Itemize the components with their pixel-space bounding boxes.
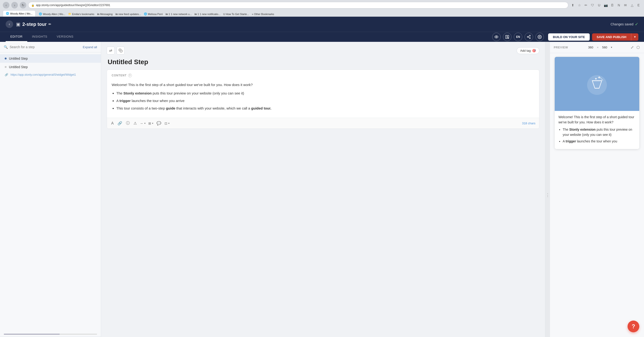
tab-versions[interactable]: VERSIONS bbox=[52, 32, 78, 42]
extension-icon-8: △ bbox=[630, 2, 634, 8]
preview-widget: Welcome! This is the first step of a sho… bbox=[555, 57, 639, 149]
bookmark-emilia[interactable]: 📁 Emilia's bookmarks bbox=[68, 12, 94, 16]
expand-preview-icon[interactable]: ⤢ bbox=[630, 45, 634, 50]
bullet-3: This tour consists of a two-step guide t… bbox=[116, 106, 534, 111]
svg-rect-3 bbox=[508, 38, 509, 38]
editor-toolbar: ⇄ Add tag 🎯 bbox=[107, 46, 540, 54]
extension-icon-6: N bbox=[616, 2, 622, 8]
table-dropdown[interactable]: ⊞ ▾ bbox=[148, 122, 153, 125]
search-input[interactable] bbox=[10, 45, 81, 49]
bookmark-melissa[interactable]: 🌐 Melissa Perri bbox=[144, 12, 163, 16]
svg-point-9 bbox=[539, 36, 540, 38]
preview-image-area bbox=[555, 57, 639, 111]
extension-icon-4: 📷 bbox=[603, 2, 608, 8]
svg-point-0 bbox=[496, 36, 497, 38]
help-label: ? bbox=[632, 323, 635, 330]
comment-icon[interactable]: 💬 bbox=[156, 120, 162, 126]
text-format-icon[interactable]: A bbox=[111, 121, 114, 126]
bookmarks-bar: 🌐 Woody Allen | Wo... 📁 Emilia's bookmar… bbox=[38, 12, 274, 16]
content-toolbar: A 🔗 ⓘ ⚠ ↔ ▾ ⊞ ▾ 💬 ⊡ ▾ 318 chars bbox=[107, 118, 539, 128]
url-bar[interactable]: 🔒 app.stonly.com/app/guidedtour/XlwxjzeQ… bbox=[28, 2, 568, 8]
content-header: CONTENT ? bbox=[107, 70, 539, 79]
bookmarks-more[interactable]: » Other Bookmarks bbox=[252, 13, 274, 16]
block-dropdown[interactable]: ⊡ ▾ bbox=[164, 122, 170, 125]
preview-header: PREVIEW × ▾ ⤢ ⬡ bbox=[550, 42, 644, 53]
bookmark-network[interactable]: in 1 1 new network u... bbox=[166, 13, 192, 16]
settings-icon-btn[interactable] bbox=[536, 33, 544, 41]
extension-icon-5: 🗓 bbox=[610, 2, 615, 8]
step-label-1: Untitled Step bbox=[9, 57, 28, 60]
copy-icon-btn[interactable] bbox=[116, 46, 124, 54]
bullet-1: The Stonly extension puts this tour prev… bbox=[116, 90, 534, 96]
embed-icon: ↔ bbox=[140, 122, 143, 125]
add-tag-button[interactable]: Add tag 🎯 bbox=[516, 47, 540, 54]
tab-favicon: 🌐 bbox=[6, 12, 9, 15]
changes-saved: Changes saved ✓ bbox=[610, 22, 638, 27]
content-help-icon[interactable]: ? bbox=[128, 74, 132, 77]
step-item-2[interactable]: Untitled Step bbox=[0, 63, 101, 71]
url-text: app.stonly.com/app/guidedtour/XlwxjzeQ3G… bbox=[36, 4, 110, 7]
dimension-dropdown-arrow[interactable]: ▾ bbox=[611, 46, 612, 49]
svg-line-8 bbox=[528, 36, 530, 37]
changes-saved-text: Changes saved bbox=[610, 22, 634, 26]
tour-title: 2-step tour bbox=[22, 22, 46, 27]
svg-rect-1 bbox=[506, 35, 507, 38]
extension-icon-1: ✏ bbox=[583, 2, 588, 8]
preview-height-input[interactable] bbox=[600, 46, 610, 49]
char-count: 318 chars bbox=[522, 122, 536, 125]
layout-icon-btn[interactable] bbox=[503, 33, 512, 41]
tab-insights[interactable]: INSIGHTS bbox=[27, 32, 52, 42]
header-back-button[interactable]: ‹ bbox=[6, 20, 13, 28]
app-nav: EDITOR INSIGHTS VERSIONS EN BUILD ON YOU… bbox=[0, 32, 644, 42]
preview-bullets: The Stonly extension puts this tour prev… bbox=[558, 127, 636, 144]
preview-bullet-1: The Stonly extension puts this tour prev… bbox=[563, 127, 636, 137]
link-insert-icon[interactable]: 🔗 bbox=[117, 120, 123, 126]
bookmark-notif[interactable]: in 1 1 new notificatio... bbox=[194, 13, 220, 16]
step-link-url: https://app.stonly.com/app/general/0/wid… bbox=[10, 73, 76, 76]
bookmark-woody[interactable]: 🌐 Woody Allen | Wo... bbox=[39, 12, 65, 16]
nav-actions: EN BUILD ON YOUR SITE SAVE AND PUBLISH ▾ bbox=[492, 33, 638, 41]
browser-tab-active[interactable]: 🌐 Woody Allen | Wo... bbox=[3, 10, 36, 16]
block-arrow: ▾ bbox=[168, 122, 170, 124]
bookmark-feed[interactable]: in new feed updates... bbox=[116, 13, 141, 16]
resize-handle[interactable]: ⋮ bbox=[545, 42, 550, 337]
app-header: ‹ ▣ 2-step tour ✏ Changes saved ✓ bbox=[0, 17, 644, 32]
browser-chrome: ‹ › ↻ 🔒 app.stonly.com/app/guidedtour/Xl… bbox=[0, 0, 644, 17]
warning-icon[interactable]: ⚠ bbox=[133, 120, 137, 126]
info-icon[interactable]: ⓘ bbox=[126, 120, 130, 126]
table-icon: ⊞ bbox=[148, 122, 151, 125]
content-body[interactable]: Welcome! This is the first step of a sho… bbox=[107, 79, 539, 118]
save-publish-dropdown-arrow[interactable]: ▾ bbox=[631, 33, 638, 40]
svg-rect-2 bbox=[508, 35, 509, 37]
help-bubble[interactable]: ? bbox=[628, 320, 639, 332]
tab-editor[interactable]: EDITOR bbox=[6, 32, 27, 42]
embed-dropdown[interactable]: ↔ ▾ bbox=[140, 122, 146, 125]
preview-body: Welcome! This is the first step of a sho… bbox=[555, 111, 639, 149]
step-link-item[interactable]: 🔗 https://app.stonly.com/app/general/0/w… bbox=[0, 71, 101, 78]
preview-illustration bbox=[584, 71, 610, 97]
expand-all-button[interactable]: Expand all bbox=[83, 45, 97, 49]
header-title-container: 2-step tour ✏ bbox=[22, 22, 610, 27]
forward-button[interactable]: › bbox=[11, 2, 18, 8]
preview-icon-btn[interactable] bbox=[492, 33, 501, 41]
svg-point-4 bbox=[530, 35, 531, 36]
swap-icon-btn[interactable]: ⇄ bbox=[107, 46, 115, 54]
tab-label: Woody Allen | Wo... bbox=[10, 12, 32, 15]
step-dot-inactive bbox=[5, 66, 6, 68]
bookmark-howto[interactable]: U How To Get Starte... bbox=[223, 13, 249, 16]
build-on-site-button[interactable]: BUILD ON YOUR SITE bbox=[548, 33, 590, 41]
preview-width-input[interactable] bbox=[586, 46, 595, 49]
step-title[interactable]: Untitled Step bbox=[107, 58, 540, 66]
language-button[interactable]: EN bbox=[514, 33, 522, 41]
edit-title-icon[interactable]: ✏ bbox=[48, 22, 51, 26]
reload-button[interactable]: ↻ bbox=[20, 2, 26, 8]
save-publish-button[interactable]: SAVE AND PUBLISH ▾ bbox=[592, 33, 638, 41]
share-icon-btn[interactable] bbox=[524, 33, 533, 41]
step-item-1[interactable]: Untitled Step bbox=[0, 54, 101, 63]
bookmark-messaging[interactable]: in Messaging bbox=[97, 13, 112, 16]
open-external-icon[interactable]: ⬡ bbox=[636, 45, 640, 50]
add-tag-label: Add tag bbox=[520, 49, 531, 52]
svg-line-7 bbox=[528, 37, 530, 38]
back-button[interactable]: ‹ bbox=[3, 2, 10, 8]
step-dot-active bbox=[5, 58, 6, 60]
